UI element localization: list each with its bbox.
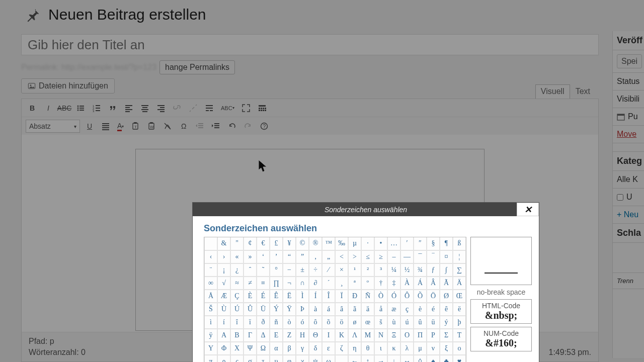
char-cell[interactable]: Ë <box>283 290 296 303</box>
char-cell[interactable]: → <box>374 355 387 362</box>
char-cell[interactable]: › <box>217 250 230 263</box>
help-button[interactable]: ? <box>258 120 271 133</box>
char-cell[interactable]: Β <box>230 329 244 342</box>
char-cell[interactable]: ¯ <box>414 250 427 263</box>
link-button[interactable] <box>171 102 184 115</box>
char-cell[interactable]: ã <box>348 303 361 316</box>
char-cell[interactable]: ˜ <box>257 263 270 277</box>
char-cell[interactable]: „ <box>322 250 335 263</box>
char-cell[interactable]: ς <box>230 355 244 362</box>
strikethrough-button[interactable]: ABC <box>58 102 71 115</box>
char-cell[interactable]: ∂ <box>309 277 322 290</box>
char-cell[interactable]: θ <box>361 342 374 355</box>
char-cell[interactable]: ä <box>361 303 374 316</box>
char-cell[interactable]: " <box>230 237 244 250</box>
char-cell[interactable]: Α <box>217 329 230 342</box>
char-cell[interactable]: γ <box>296 342 309 355</box>
char-cell[interactable]: ‾ <box>427 250 440 263</box>
char-cell[interactable]: ‹ <box>204 250 217 263</box>
char-cell[interactable]: ª <box>348 277 361 290</box>
char-cell[interactable]: € <box>257 237 270 250</box>
char-cell[interactable]: ♥ <box>453 355 466 362</box>
add-media-button[interactable]: Dateien hinzufügen <box>21 78 115 94</box>
char-cell[interactable]: Π <box>414 329 427 342</box>
char-cell[interactable]: • <box>374 237 387 250</box>
char-cell[interactable]: σ <box>244 355 257 362</box>
char-cell[interactable]: ƒ <box>427 263 440 277</box>
char-cell[interactable]: ο <box>453 342 466 355</box>
char-cell[interactable]: ¨ <box>204 263 217 277</box>
char-cell[interactable]: Ρ <box>427 329 440 342</box>
text-color-button[interactable]: A▾ <box>115 120 126 133</box>
modal-title-bar[interactable]: Sonderzeichen auswählen ✕ <box>193 203 539 216</box>
char-cell[interactable]: Æ <box>217 290 230 303</box>
char-cell[interactable]: ù <box>387 316 400 329</box>
bold-button[interactable]: B <box>26 102 39 115</box>
char-cell[interactable]: Ö <box>427 290 440 303</box>
char-cell[interactable]: ý <box>440 316 453 329</box>
char-cell[interactable]: † <box>374 277 387 290</box>
char-cell[interactable]: æ <box>387 303 400 316</box>
format-select[interactable]: Absatz ▾ <box>26 120 80 133</box>
char-cell[interactable]: ” <box>296 250 309 263</box>
char-cell[interactable]: Ä <box>453 277 466 290</box>
char-cell[interactable]: ‘ <box>257 250 270 263</box>
char-cell[interactable]: ◊ <box>414 355 427 362</box>
char-cell[interactable]: × <box>335 263 348 277</box>
char-cell[interactable]: — <box>400 250 414 263</box>
char-cell[interactable]: ‡ <box>387 277 400 290</box>
char-cell[interactable]: Ê <box>270 290 283 303</box>
char-cell[interactable]: µ <box>348 237 361 250</box>
char-cell[interactable]: ¤ <box>440 250 453 263</box>
char-cell[interactable]: ¥ <box>283 237 296 250</box>
char-cell[interactable]: ± <box>296 263 309 277</box>
char-cell[interactable]: Τ <box>453 329 466 342</box>
align-left-button[interactable] <box>122 102 135 115</box>
char-cell[interactable]: ™ <box>322 237 335 250</box>
char-cell[interactable]: Ε <box>270 329 283 342</box>
char-cell[interactable]: Š <box>204 303 217 316</box>
blockquote-button[interactable] <box>106 102 119 115</box>
char-cell[interactable]: þ <box>453 316 466 329</box>
save-draft-button[interactable]: Spei <box>617 54 642 68</box>
char-cell[interactable]: ö <box>335 316 348 329</box>
char-cell[interactable]: ∫ <box>440 263 453 277</box>
char-cell[interactable]: À <box>400 277 414 290</box>
undo-button[interactable] <box>225 120 238 133</box>
char-cell[interactable]: > <box>348 250 361 263</box>
char-cell[interactable]: È <box>244 290 257 303</box>
char-cell[interactable]: “ <box>283 250 296 263</box>
char-cell[interactable]: ¾ <box>414 263 427 277</box>
char-cell[interactable]: Ý <box>270 303 283 316</box>
char-cell[interactable]: ″ <box>414 237 427 250</box>
char-cell[interactable]: ß <box>453 237 466 250</box>
char-cell[interactable]: ≥ <box>374 250 387 263</box>
char-cell[interactable]: ² <box>361 263 374 277</box>
align-center-button[interactable] <box>138 102 151 115</box>
underline-button[interactable]: U <box>83 120 96 133</box>
char-cell[interactable]: ê <box>440 303 453 316</box>
char-cell[interactable]: ¶ <box>440 237 453 250</box>
char-cell[interactable]: ° <box>270 263 283 277</box>
char-cell[interactable]: υ <box>270 355 283 362</box>
tab-text[interactable]: Text <box>570 84 596 99</box>
char-cell[interactable]: Ø <box>440 290 453 303</box>
numbered-list-button[interactable]: 123 <box>90 102 103 115</box>
char-cell[interactable]: ↔ <box>400 355 414 362</box>
char-cell[interactable]: & <box>217 237 230 250</box>
char-cell[interactable]: Œ <box>453 290 466 303</box>
char-cell[interactable]: Í <box>309 290 322 303</box>
char-cell[interactable]: ï <box>244 316 257 329</box>
char-cell[interactable]: ® <box>309 237 322 250</box>
char-cell[interactable]: Ζ <box>283 329 296 342</box>
char-cell[interactable]: ø <box>348 316 361 329</box>
char-cell[interactable]: ≤ <box>361 250 374 263</box>
char-cell[interactable]: ç <box>400 303 414 316</box>
char-cell[interactable]: Ã <box>440 277 453 290</box>
char-cell[interactable]: ↓ <box>387 355 400 362</box>
char-cell[interactable]: Ì <box>296 290 309 303</box>
uncategorized-checkbox[interactable] <box>617 194 623 201</box>
char-cell[interactable]: œ <box>361 316 374 329</box>
char-cell[interactable]: Ξ <box>387 329 400 342</box>
char-cell[interactable]: Ñ <box>361 290 374 303</box>
